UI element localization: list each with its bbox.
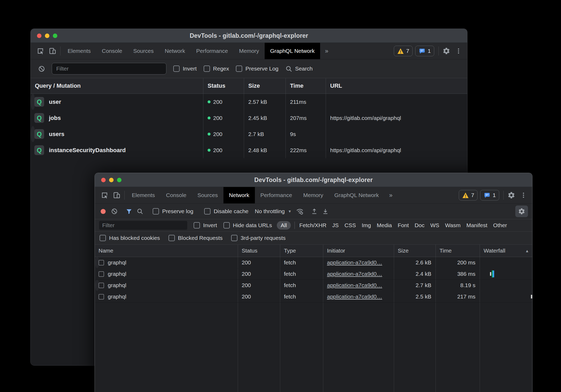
- kebab-menu-icon[interactable]: [452, 45, 465, 57]
- search-toggle[interactable]: Search: [285, 65, 313, 72]
- hide-data-urls-checkbox[interactable]: Hide data URLs: [223, 222, 272, 228]
- table-row[interactable]: Q users 200 2.7 kB 9s https://gitlab.com…: [31, 126, 35, 142]
- device-toolbar-icon[interactable]: [46, 45, 59, 57]
- column-header-size[interactable]: Size: [244, 78, 286, 94]
- initiator-link[interactable]: application-a7ca9d0…: [327, 259, 382, 266]
- warnings-badge[interactable]: 7: [459, 190, 478, 200]
- table-row[interactable]: graphql 200 fetch application-a7ca9d0… 2…: [95, 257, 99, 268]
- divider: [60, 46, 60, 55]
- request-type-media[interactable]: Media: [374, 222, 395, 228]
- tab-performance[interactable]: Performance: [191, 43, 233, 59]
- request-type-wasm[interactable]: Wasm: [442, 222, 464, 228]
- request-type-fetch-xhr[interactable]: Fetch/XHR: [296, 222, 329, 228]
- request-type-other[interactable]: Other: [490, 222, 510, 228]
- table-row[interactable]: Q user 200 2.57 kB 211ms https://gitlab.…: [31, 94, 35, 110]
- column-header-time[interactable]: Time: [286, 78, 326, 94]
- inspect-element-icon[interactable]: [99, 189, 111, 201]
- filter-funnel-icon[interactable]: [123, 206, 134, 217]
- titlebar[interactable]: DevTools - gitlab.com/-/graphql-explorer: [95, 173, 532, 187]
- tab-performance[interactable]: Performance: [255, 187, 298, 203]
- column-header-time[interactable]: Time: [436, 245, 480, 257]
- column-header-size[interactable]: Size: [394, 245, 436, 257]
- network-conditions-icon[interactable]: [294, 206, 305, 217]
- preserve-log-checkbox[interactable]: Preserve Log: [236, 66, 278, 72]
- request-type-img[interactable]: Img: [359, 222, 374, 228]
- invert-checkbox[interactable]: Invert: [173, 66, 197, 72]
- initiator-link[interactable]: application-a7ca9d0…: [327, 282, 382, 288]
- table-row[interactable]: Q instanceSecurityDashboard 200 2.48 kB …: [31, 142, 467, 158]
- row-checkbox[interactable]: [99, 260, 104, 265]
- tab-network[interactable]: Network: [159, 43, 191, 59]
- request-type-css[interactable]: CSS: [342, 222, 359, 228]
- kebab-menu-icon[interactable]: [517, 189, 530, 201]
- request-type-ws[interactable]: WS: [427, 222, 442, 228]
- has-blocked-cookies-checkbox[interactable]: Has blocked cookies: [100, 235, 160, 241]
- column-header-initiator[interactable]: Initiator: [323, 245, 394, 257]
- tab-memory[interactable]: Memory: [298, 187, 329, 203]
- blocked-requests-checkbox[interactable]: Blocked Requests: [169, 235, 223, 241]
- initiator-link[interactable]: application-a7ca9d0…: [327, 271, 382, 277]
- network-filter-input[interactable]: [99, 221, 187, 230]
- table-row[interactable]: graphql 200 fetch application-a7ca9d0… 2…: [95, 280, 99, 291]
- titlebar[interactable]: DevTools - gitlab.com/-/graphql-explorer: [31, 29, 467, 43]
- column-header-waterfall[interactable]: Waterfall ▲: [480, 245, 532, 257]
- tab-elements[interactable]: Elements: [126, 187, 161, 203]
- request-type-manifest[interactable]: Manifest: [464, 222, 490, 228]
- clear-network-log-icon[interactable]: [109, 206, 120, 217]
- close-window-button[interactable]: [37, 34, 41, 38]
- warnings-badge[interactable]: 7: [394, 46, 413, 56]
- search-icon[interactable]: [134, 206, 146, 217]
- close-window-button[interactable]: [101, 178, 106, 182]
- clear-log-icon[interactable]: [35, 63, 48, 75]
- request-type-js[interactable]: JS: [329, 222, 342, 228]
- more-tabs-button[interactable]: »: [384, 187, 397, 203]
- import-har-icon[interactable]: [309, 206, 320, 217]
- tab-graphql-network[interactable]: GraphQL Network: [329, 187, 384, 203]
- more-tabs-button[interactable]: »: [320, 43, 333, 59]
- tab-graphql-network[interactable]: GraphQL Network: [265, 43, 320, 59]
- tab-network[interactable]: Network: [223, 187, 255, 203]
- maximize-window-button[interactable]: [53, 34, 57, 38]
- column-header-query-mutation[interactable]: Query / Mutation: [31, 78, 203, 94]
- row-checkbox[interactable]: [99, 294, 104, 300]
- maximize-window-button[interactable]: [117, 178, 121, 182]
- row-checkbox[interactable]: [99, 283, 104, 288]
- table-row[interactable]: Q jobs 200 2.45 kB 207ms https://gitlab.…: [31, 110, 467, 126]
- tab-memory[interactable]: Memory: [233, 43, 265, 59]
- column-header-status[interactable]: Status: [203, 78, 244, 94]
- request-type-font[interactable]: Font: [395, 222, 412, 228]
- preserve-log-checkbox[interactable]: Preserve log: [153, 208, 193, 214]
- invert-checkbox[interactable]: Invert: [194, 222, 217, 228]
- request-type-all[interactable]: All: [277, 221, 291, 230]
- column-header-status[interactable]: Status: [238, 245, 280, 257]
- issues-badge[interactable]: 1: [480, 190, 499, 200]
- export-har-icon[interactable]: [320, 206, 331, 217]
- device-toolbar-icon[interactable]: [111, 189, 123, 201]
- column-header-type[interactable]: Type: [280, 245, 323, 257]
- tab-elements[interactable]: Elements: [62, 43, 96, 59]
- tab-console[interactable]: Console: [96, 43, 128, 59]
- regex-checkbox[interactable]: Regex: [204, 66, 229, 72]
- tab-console[interactable]: Console: [161, 187, 192, 203]
- column-header-name[interactable]: Name: [95, 245, 238, 257]
- inspect-element-icon[interactable]: [34, 45, 46, 57]
- minimize-window-button[interactable]: [45, 34, 49, 38]
- tab-sources[interactable]: Sources: [128, 43, 159, 59]
- column-header-url[interactable]: URL: [326, 78, 467, 94]
- throttling-select[interactable]: No throttling ▼: [252, 208, 294, 214]
- settings-gear-icon[interactable]: [440, 45, 452, 57]
- request-type-doc[interactable]: Doc: [412, 222, 427, 228]
- initiator-link[interactable]: application-a7ca9d0…: [327, 293, 382, 300]
- record-network-log-button[interactable]: [101, 209, 106, 214]
- settings-gear-icon[interactable]: [505, 189, 517, 201]
- network-settings-gear-icon[interactable]: [515, 206, 528, 217]
- issues-badge[interactable]: 1: [415, 46, 434, 56]
- table-row[interactable]: graphql 200 fetch application-a7ca9d0… 2…: [95, 291, 532, 302]
- filter-input[interactable]: [52, 63, 166, 74]
- minimize-window-button[interactable]: [109, 178, 114, 182]
- table-row[interactable]: graphql 200 fetch application-a7ca9d0… 2…: [95, 268, 532, 280]
- row-checkbox[interactable]: [99, 271, 104, 277]
- disable-cache-checkbox[interactable]: Disable cache: [204, 208, 249, 214]
- tab-sources[interactable]: Sources: [192, 187, 223, 203]
- third-party-requests-checkbox[interactable]: 3rd-party requests: [231, 235, 286, 241]
